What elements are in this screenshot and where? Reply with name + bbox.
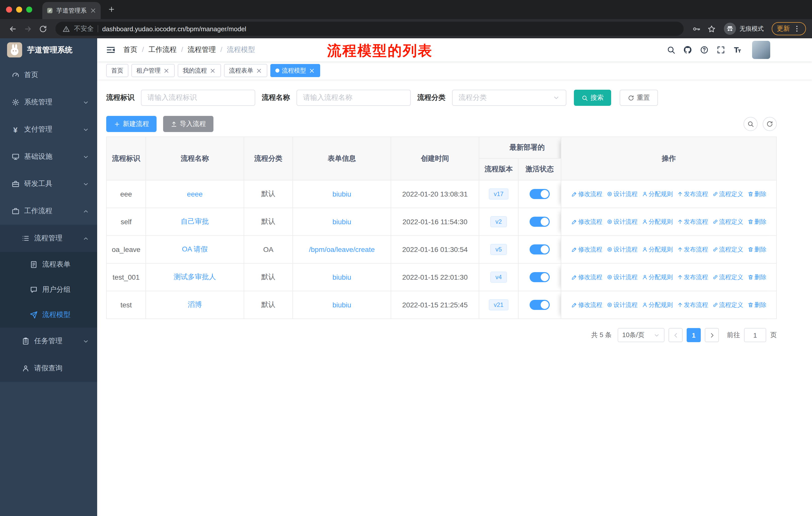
action-design-flow[interactable]: 设计流程 [606, 245, 638, 254]
action-publish-flow[interactable]: 发布流程 [677, 245, 708, 254]
sidebar-item-process-form[interactable]: 流程表单 [0, 252, 97, 277]
action-delete[interactable]: 删除 [747, 245, 766, 254]
form-info-link[interactable]: biubiu [332, 273, 351, 281]
action-publish-flow[interactable]: 发布流程 [677, 301, 708, 309]
action-publish-flow[interactable]: 发布流程 [677, 273, 708, 281]
fullscreen-icon[interactable] [716, 45, 726, 55]
sidebar-item-process-model[interactable]: 流程模型 [0, 302, 97, 328]
process-name-link[interactable]: 滔博 [188, 300, 202, 308]
page-1-button[interactable]: 1 [687, 328, 701, 342]
form-info-link[interactable]: biubiu [332, 190, 351, 198]
active-toggle[interactable] [529, 244, 550, 254]
close-icon[interactable] [163, 67, 170, 74]
sidebar-item-infrastructure[interactable]: 基础设施 [0, 143, 97, 170]
action-assign-rules[interactable]: 分配规则 [642, 301, 673, 309]
reset-button[interactable]: 重置 [620, 90, 658, 106]
action-delete[interactable]: 删除 [747, 190, 766, 198]
create-flow-button[interactable]: 新建流程 [106, 116, 156, 132]
action-flow-definition[interactable]: 流程定义 [712, 245, 743, 254]
close-icon[interactable] [256, 67, 262, 74]
action-design-flow[interactable]: 设计流程 [606, 301, 638, 309]
action-modify-flow[interactable]: 修改流程 [571, 245, 602, 254]
close-icon[interactable] [309, 67, 315, 74]
process-name-link[interactable]: OA 请假 [182, 245, 208, 253]
breadcrumb-item-workflow[interactable]: 工作流程 [148, 45, 188, 54]
forward-icon[interactable] [21, 22, 34, 35]
active-toggle[interactable] [529, 300, 550, 310]
breadcrumb-item-home[interactable]: 首页 [123, 45, 148, 54]
next-page-button[interactable] [705, 328, 719, 342]
close-icon[interactable] [209, 67, 216, 74]
page-size-select[interactable]: 10条/页 [618, 328, 665, 342]
tab-close-icon[interactable] [90, 7, 97, 14]
browser-tab[interactable]: 芋道管理系统 [42, 2, 101, 19]
action-flow-definition[interactable]: 流程定义 [712, 190, 743, 198]
window-minimize-button[interactable] [16, 6, 22, 12]
process-name-input[interactable]: 请输入流程名称 [296, 90, 411, 106]
action-delete[interactable]: 删除 [747, 217, 766, 226]
action-design-flow[interactable]: 设计流程 [606, 190, 638, 198]
sidebar-item-user-group[interactable]: 用户分组 [0, 277, 97, 302]
action-modify-flow[interactable]: 修改流程 [571, 301, 602, 309]
sidebar-item-payment-management[interactable]: ¥支付管理 [0, 116, 97, 143]
show-search-button[interactable] [744, 117, 758, 131]
active-toggle[interactable] [529, 272, 550, 282]
action-modify-flow[interactable]: 修改流程 [571, 273, 602, 281]
action-modify-flow[interactable]: 修改流程 [571, 190, 602, 198]
sidebar-collapse-icon[interactable] [102, 41, 119, 58]
address-bar[interactable]: 不安全 dashboard.yudao.iocoder.cn/bpm/manag… [55, 22, 684, 36]
tag-process-form[interactable]: 流程表单 [224, 64, 267, 77]
sidebar-item-leave-query[interactable]: 请假查询 [0, 355, 97, 382]
sidebar-item-workflow[interactable]: 工作流程 [0, 197, 97, 225]
update-button[interactable]: 更新 [772, 22, 806, 35]
sidebar-item-home[interactable]: 首页 [0, 61, 97, 89]
action-assign-rules[interactable]: 分配规则 [642, 273, 673, 281]
font-size-icon[interactable] [732, 45, 743, 55]
action-delete[interactable]: 删除 [747, 301, 766, 309]
process-id-input[interactable]: 请输入流程标识 [141, 90, 255, 106]
goto-page-input[interactable]: 1 [744, 328, 766, 342]
form-info-link[interactable]: biubiu [332, 218, 351, 226]
user-avatar[interactable] [752, 41, 770, 59]
process-name-link[interactable]: 自己审批 [181, 217, 209, 225]
form-info-link[interactable]: /bpm/oa/leave/create [309, 245, 375, 253]
window-close-button[interactable] [6, 6, 12, 12]
import-flow-button[interactable]: 导入流程 [163, 116, 213, 132]
breadcrumb-item-process-management[interactable]: 流程管理 [188, 45, 227, 54]
menu-dots-icon[interactable] [793, 25, 801, 33]
refresh-table-button[interactable] [763, 117, 777, 131]
search-icon[interactable] [666, 45, 676, 55]
action-flow-definition[interactable]: 流程定义 [712, 217, 743, 226]
action-flow-definition[interactable]: 流程定义 [712, 273, 743, 281]
process-name-link[interactable]: eeee [187, 190, 203, 198]
action-flow-definition[interactable]: 流程定义 [712, 301, 743, 309]
tag-my-process[interactable]: 我的流程 [178, 64, 221, 77]
action-publish-flow[interactable]: 发布流程 [677, 217, 708, 226]
action-assign-rules[interactable]: 分配规则 [642, 190, 673, 198]
action-design-flow[interactable]: 设计流程 [606, 273, 638, 281]
action-assign-rules[interactable]: 分配规则 [642, 217, 673, 226]
active-toggle[interactable] [529, 189, 550, 199]
sidebar-item-dev-tools[interactable]: 研发工具 [0, 170, 97, 197]
active-toggle[interactable] [529, 217, 550, 227]
form-info-link[interactable]: biubiu [332, 301, 351, 309]
app-logo[interactable]: 芋道管理系统 [0, 38, 97, 61]
process-name-link[interactable]: 测试多审批人 [174, 273, 216, 281]
sidebar-item-system-management[interactable]: 系统管理 [0, 89, 97, 116]
back-icon[interactable] [6, 22, 19, 35]
prev-page-button[interactable] [669, 328, 683, 342]
action-design-flow[interactable]: 设计流程 [606, 217, 638, 226]
tag-home[interactable]: 首页 [106, 64, 128, 77]
tag-process-model[interactable]: 流程模型 [270, 64, 320, 77]
category-select[interactable]: 流程分类 [452, 90, 566, 106]
reload-icon[interactable] [36, 22, 49, 35]
github-icon[interactable] [683, 45, 693, 55]
sidebar-item-process-management[interactable]: 流程管理 [0, 225, 97, 252]
search-button[interactable]: 搜索 [574, 90, 611, 106]
sidebar-item-task-management[interactable]: 任务管理 [0, 328, 97, 355]
window-zoom-button[interactable] [26, 6, 32, 12]
bookmark-star-icon[interactable] [705, 22, 718, 35]
action-delete[interactable]: 删除 [747, 273, 766, 281]
action-publish-flow[interactable]: 发布流程 [677, 190, 708, 198]
action-assign-rules[interactable]: 分配规则 [642, 245, 673, 254]
